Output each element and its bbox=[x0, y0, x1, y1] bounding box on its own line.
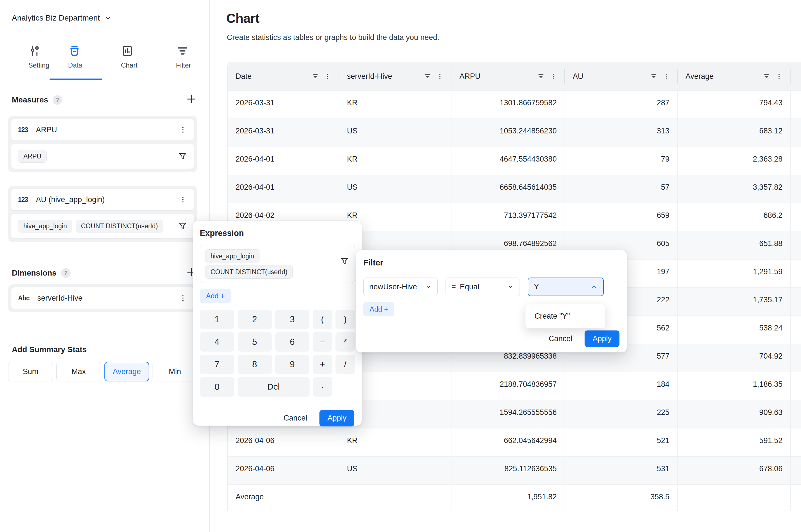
table-cell: 184 bbox=[565, 372, 678, 400]
filter-apply-button[interactable]: Apply bbox=[585, 330, 619, 347]
keypad-key-([interactable]: ( bbox=[313, 310, 332, 329]
measure-expression-row[interactable]: hive_app_loginCOUNT DISTINCT(userId) bbox=[11, 214, 194, 239]
keypad-key-3[interactable]: 3 bbox=[275, 310, 310, 329]
keypad-key-5[interactable]: 5 bbox=[237, 332, 272, 352]
filter-operator-select[interactable]: = Equal bbox=[445, 278, 520, 296]
filter-dialog-title: Filter bbox=[363, 258, 619, 267]
keypad-key-7[interactable]: 7 bbox=[200, 355, 234, 374]
keypad-key-−[interactable]: − bbox=[313, 332, 332, 352]
expression-apply-button[interactable]: Apply bbox=[320, 410, 354, 426]
keypad-key-+[interactable]: + bbox=[313, 355, 332, 374]
expression-input[interactable]: hive_app_loginCOUNT DISTINCT(userId) bbox=[200, 245, 355, 283]
filter-add-button[interactable]: Add + bbox=[363, 302, 394, 316]
table-cell bbox=[790, 203, 801, 231]
keypad-key-·[interactable]: · bbox=[313, 377, 332, 397]
filter-field-select[interactable]: newUser-Hive bbox=[363, 278, 438, 296]
column-header-au[interactable]: AU bbox=[565, 62, 678, 90]
chevron-down-icon bbox=[104, 14, 112, 22]
table-row: 2026-03-31KR1301.866759582287794.43 bbox=[228, 90, 801, 118]
kebab-menu-icon[interactable] bbox=[179, 294, 187, 302]
keypad-key-del[interactable]: Del bbox=[237, 377, 310, 397]
chevron-down-icon bbox=[507, 283, 514, 290]
dimension-card-serverid[interactable]: Abc serverId-Hive bbox=[11, 287, 194, 309]
table-cell: KR bbox=[339, 147, 452, 175]
table-cell: 1,291.59 bbox=[678, 260, 791, 287]
measure-card-au[interactable]: 123 AU (hive_app_login) bbox=[11, 189, 194, 210]
keypad-key-9[interactable]: 9 bbox=[275, 355, 310, 374]
tab-data[interactable]: Data bbox=[68, 44, 82, 69]
column-filter-icon[interactable] bbox=[311, 73, 319, 80]
keypad-key-*[interactable]: * bbox=[336, 332, 355, 352]
keypad-key-6[interactable]: 6 bbox=[275, 332, 310, 352]
chip[interactable]: ARPU bbox=[18, 150, 47, 163]
stat-button-max[interactable]: Max bbox=[56, 362, 101, 381]
stat-button-sum[interactable]: Sum bbox=[8, 362, 53, 381]
tab-setting[interactable]: Setting bbox=[28, 44, 50, 69]
table-cell: 662.045642994 bbox=[452, 429, 565, 456]
funnel-filter-icon[interactable] bbox=[178, 222, 187, 230]
measure-card-arpu[interactable]: 123 ARPU bbox=[11, 119, 194, 140]
tab-chart[interactable]: Chart bbox=[121, 44, 138, 69]
keypad-key-8[interactable]: 8 bbox=[237, 355, 272, 374]
table-cell: 1,951.82 bbox=[452, 485, 565, 511]
keypad-key-4[interactable]: 4 bbox=[200, 332, 234, 352]
kebab-menu-icon[interactable] bbox=[179, 195, 187, 204]
keypad: 123()456−*789+/0Del· bbox=[200, 310, 355, 397]
column-label: Date bbox=[235, 72, 252, 81]
column-menu-icon[interactable] bbox=[663, 73, 670, 80]
column-filter-icon[interactable] bbox=[650, 73, 657, 80]
funnel-filter-icon[interactable] bbox=[178, 152, 187, 161]
sidebar: Analytics Biz Department Setting Data bbox=[0, 0, 210, 532]
chip[interactable]: hive_app_login bbox=[18, 220, 72, 232]
table-cell: 2026-03-31 bbox=[228, 91, 339, 118]
column-label: AU bbox=[573, 72, 584, 81]
expression-cancel-button[interactable]: Cancel bbox=[283, 414, 307, 422]
chip[interactable]: COUNT DISTINCT(userId) bbox=[76, 220, 163, 232]
measure-expression-row[interactable]: ARPU bbox=[11, 144, 194, 169]
keypad-key-/[interactable]: / bbox=[336, 355, 355, 374]
chip[interactable]: COUNT DISTINCT(userId) bbox=[205, 265, 293, 279]
help-icon[interactable]: ? bbox=[61, 268, 71, 278]
kebab-menu-icon[interactable] bbox=[179, 126, 187, 134]
column-header-date[interactable]: Date bbox=[228, 62, 339, 90]
table-cell: 2026-04-01 bbox=[228, 147, 339, 175]
table-cell: 225 bbox=[565, 400, 678, 428]
keypad-key-1[interactable]: 1 bbox=[200, 310, 234, 329]
tab-chart-label: Chart bbox=[121, 61, 138, 69]
stat-button-average[interactable]: Average bbox=[104, 362, 149, 381]
column-filter-icon[interactable] bbox=[424, 73, 431, 80]
chip[interactable]: hive_app_login bbox=[205, 249, 260, 263]
column-menu-icon[interactable] bbox=[436, 73, 443, 80]
column-filter-icon[interactable] bbox=[537, 73, 545, 80]
table-cell bbox=[790, 175, 801, 203]
tab-filter[interactable]: Filter bbox=[176, 44, 191, 69]
help-icon[interactable]: ? bbox=[53, 95, 62, 105]
table-header: DateserverId-HiveARPUAUAverage bbox=[228, 62, 801, 90]
department-selector[interactable]: Analytics Biz Department bbox=[12, 14, 112, 22]
column-header-serverid-hive[interactable]: serverId-Hive bbox=[339, 62, 452, 90]
column-label: ARPU bbox=[459, 72, 480, 81]
table-cell: 538.24 bbox=[678, 316, 791, 344]
create-value-option[interactable]: Create "Y" bbox=[525, 304, 605, 328]
keypad-key-0[interactable]: 0 bbox=[200, 377, 234, 397]
column-filter-icon[interactable] bbox=[763, 73, 770, 80]
keypad-key-)[interactable]: ) bbox=[336, 310, 355, 329]
stat-button-min[interactable]: Min bbox=[153, 362, 197, 381]
column-menu-icon[interactable] bbox=[324, 73, 331, 80]
column-header-arpu[interactable]: ARPU bbox=[452, 62, 565, 90]
add-measure-button[interactable] bbox=[185, 93, 197, 105]
column-menu-icon[interactable] bbox=[776, 73, 783, 80]
measure-chips: hive_app_loginCOUNT DISTINCT(userId) bbox=[18, 220, 163, 232]
summary-stats-label: Add Summary Stats bbox=[12, 345, 87, 354]
column-menu-icon[interactable] bbox=[550, 73, 557, 80]
table-cell: Average bbox=[228, 485, 339, 511]
table-cell bbox=[678, 485, 791, 511]
filter-field-value: newUser-Hive bbox=[369, 283, 417, 291]
filter-cancel-button[interactable]: Cancel bbox=[549, 335, 572, 343]
keypad-key-2[interactable]: 2 bbox=[237, 310, 272, 329]
column-header-average[interactable]: Average bbox=[678, 62, 791, 90]
filter-value-combobox[interactable]: Y bbox=[528, 278, 604, 296]
expression-add-button[interactable]: Add + bbox=[200, 289, 231, 303]
funnel-filter-icon[interactable] bbox=[340, 257, 349, 266]
numeric-type-badge: 123 bbox=[18, 126, 28, 134]
